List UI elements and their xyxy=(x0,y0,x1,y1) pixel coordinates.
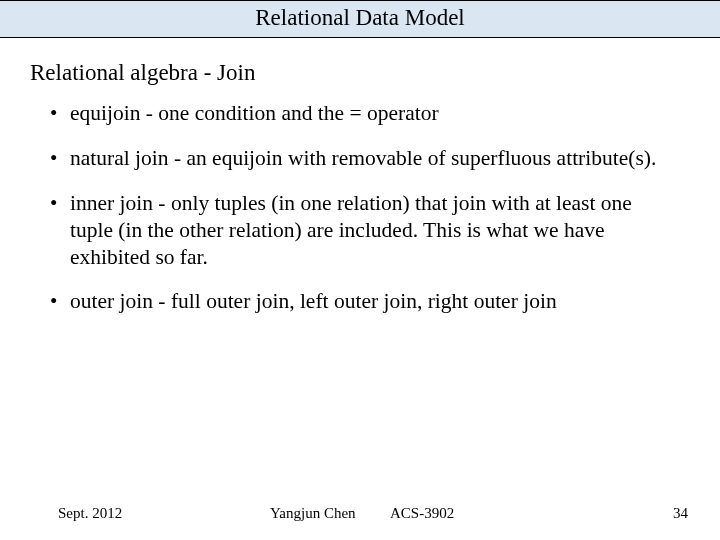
list-item: inner join - only tuples (in one relatio… xyxy=(70,190,720,271)
slide-title: Relational Data Model xyxy=(255,5,465,30)
footer-date: Sept. 2012 xyxy=(58,505,122,522)
list-item: natural join - an equijoin with removabl… xyxy=(70,145,720,172)
footer-author: Yangjun Chen xyxy=(270,505,356,522)
slide-subtitle: Relational algebra - Join xyxy=(0,38,720,86)
list-item: outer join - full outer join, left outer… xyxy=(70,288,720,315)
list-item: equijoin - one condition and the = opera… xyxy=(70,100,720,127)
bullet-list: equijoin - one condition and the = opera… xyxy=(0,86,720,315)
slide-title-bar: Relational Data Model xyxy=(0,0,720,38)
footer-course: ACS-3902 xyxy=(390,505,454,522)
footer-page-number: 34 xyxy=(673,505,688,522)
